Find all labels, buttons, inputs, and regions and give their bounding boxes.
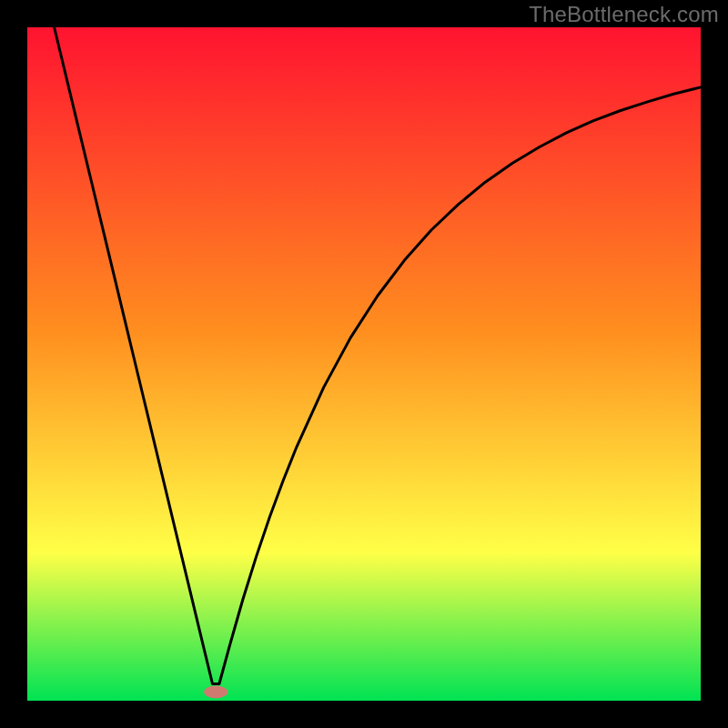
optimal-point-marker bbox=[204, 685, 228, 698]
chart-frame: TheBottleneck.com bbox=[0, 0, 728, 728]
watermark-text: TheBottleneck.com bbox=[529, 2, 719, 27]
bottleneck-chart bbox=[0, 0, 728, 728]
plot-background bbox=[27, 27, 701, 701]
